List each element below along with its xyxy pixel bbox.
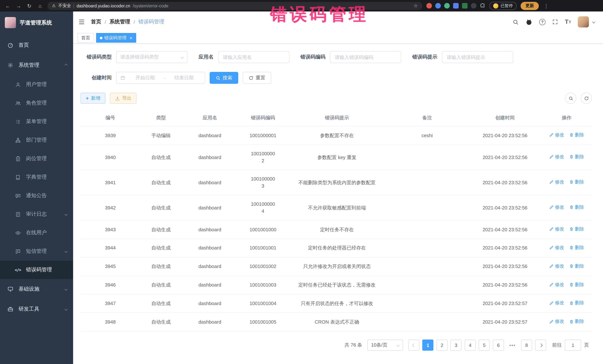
delete-link[interactable]: 删除: [569, 263, 584, 270]
page-button-3[interactable]: 3: [451, 340, 462, 351]
page-button-2[interactable]: 2: [436, 340, 448, 351]
date-range-picker[interactable]: 开始日期 - 结束日期: [116, 72, 205, 84]
back-icon[interactable]: ←: [4, 3, 11, 9]
app-name-input[interactable]: [218, 51, 289, 63]
sidebar-item-sms[interactable]: 短信管理: [0, 242, 73, 261]
refresh-button[interactable]: [581, 93, 592, 104]
delete-link[interactable]: 删除: [569, 154, 584, 161]
calendar-icon: [120, 75, 126, 80]
reset-button[interactable]: 重置: [243, 72, 271, 84]
sidebar-item-error-code[interactable]: </> 错误码管理: [0, 261, 73, 279]
more-pages-button[interactable]: •••: [507, 340, 518, 351]
fullscreen-icon[interactable]: [552, 19, 558, 25]
kebab-menu-icon[interactable]: ⋮: [543, 3, 550, 9]
github-icon[interactable]: [525, 18, 533, 25]
search-button[interactable]: 搜索: [210, 72, 238, 84]
cell-hint: 定时任务不存在: [288, 220, 386, 239]
extension-icon[interactable]: [453, 3, 459, 9]
delete-link[interactable]: 删除: [569, 226, 584, 233]
edit-link[interactable]: 修改: [549, 204, 564, 211]
edit-link[interactable]: 修改: [549, 300, 564, 307]
delete-link[interactable]: 删除: [569, 204, 584, 211]
online-eye-icon: [14, 230, 22, 236]
cell-id: 3947: [81, 294, 140, 313]
breadcrumb-home[interactable]: 首页: [91, 19, 101, 25]
breadcrumb-system[interactable]: 系统管理: [109, 19, 130, 25]
edit-link[interactable]: 修改: [549, 263, 564, 270]
error-type-select[interactable]: 请选择错误码类型: [116, 51, 187, 63]
page-button-4[interactable]: 4: [464, 340, 476, 351]
sidebar-item-notices[interactable]: 通知公告: [0, 187, 73, 205]
edit-link[interactable]: 修改: [549, 154, 564, 161]
reload-icon[interactable]: ↻: [26, 3, 33, 9]
sidebar-item-audit-log[interactable]: 审计日志: [0, 205, 73, 223]
edit-link[interactable]: 修改: [549, 318, 564, 325]
home-icon[interactable]: ⌂: [37, 3, 43, 9]
edit-link[interactable]: 修改: [549, 226, 564, 233]
error-code-input[interactable]: [330, 51, 401, 63]
tag-view-bar: 首页 错误码管理 ×: [73, 32, 603, 44]
error-hint-input[interactable]: [442, 51, 513, 63]
cell-type: 手动编辑: [140, 126, 182, 145]
book-icon: [14, 174, 22, 180]
sidebar-item-system[interactable]: 系统管理: [0, 55, 73, 75]
sidebar-item-users[interactable]: 用户管理: [0, 75, 73, 94]
page-button-8[interactable]: 8: [521, 340, 532, 351]
code-icon: </>: [14, 267, 22, 272]
table-row: 3945 自动生成 dashboard 1001001002 只允许修改为开启或…: [81, 257, 592, 276]
delete-link[interactable]: 删除: [569, 179, 584, 186]
tab-close-icon[interactable]: ×: [129, 35, 132, 41]
sidebar-item-menus[interactable]: 菜单管理: [0, 112, 73, 131]
extension-icon[interactable]: [435, 3, 441, 9]
extension-icon[interactable]: [462, 3, 468, 9]
delete-link[interactable]: 删除: [569, 132, 584, 139]
edit-link[interactable]: 修改: [549, 179, 564, 186]
sidebar-item-home[interactable]: 首页: [0, 35, 73, 55]
address-bar[interactable]: ⚠ 不安全 dashboard.yudao.iocoder.cn/system/…: [47, 2, 422, 10]
browser-toolbar: ← → ↻ ⌂ ⚠ 不安全 dashboard.yudao.iocoder.cn…: [0, 0, 603, 11]
delete-link[interactable]: 删除: [569, 244, 584, 251]
goto-page-input[interactable]: [565, 340, 581, 351]
cell-remark: [386, 276, 468, 294]
sidebar-item-posts[interactable]: 岗位管理: [0, 149, 73, 168]
page-button-6[interactable]: 6: [493, 340, 504, 351]
extension-icon[interactable]: [444, 3, 450, 9]
page-size-select[interactable]: 10条/页: [367, 340, 403, 351]
font-size-icon[interactable]: TT: [565, 19, 571, 25]
chrome-update-button[interactable]: 更新: [521, 2, 539, 10]
edit-link[interactable]: 修改: [549, 244, 564, 251]
caret-down-icon[interactable]: [592, 20, 595, 23]
add-button[interactable]: + 新增: [81, 93, 105, 104]
sidebar-item-online-users[interactable]: 在线用户: [0, 223, 73, 242]
cell-time: 2021-04-20 23:52:56: [468, 195, 542, 220]
hamburger-icon[interactable]: [78, 19, 85, 25]
edit-link[interactable]: 修改: [549, 281, 564, 288]
search-icon[interactable]: [512, 19, 519, 25]
forward-icon[interactable]: →: [15, 3, 22, 9]
export-button[interactable]: 导出: [110, 93, 137, 104]
sidebar-item-devtools[interactable]: 研发工具: [0, 299, 73, 319]
extension-icon[interactable]: [426, 3, 432, 9]
profile-paused-badge[interactable]: 已暂停: [489, 2, 517, 10]
show-search-button[interactable]: [565, 93, 576, 104]
edit-link[interactable]: 修改: [549, 132, 564, 139]
bookmark-star-icon[interactable]: ☆: [414, 3, 418, 9]
sidebar-item-dictionary[interactable]: 字典管理: [0, 168, 73, 187]
sidebar-item-roles[interactable]: 角色管理: [0, 94, 73, 112]
sidebar-item-infrastructure[interactable]: 基础设施: [0, 279, 73, 299]
prev-page-button[interactable]: [408, 340, 419, 351]
next-page-button[interactable]: [535, 340, 546, 351]
page-button-5[interactable]: 5: [479, 340, 490, 351]
extensions-puzzle-icon[interactable]: [480, 3, 485, 9]
extension-icon[interactable]: [471, 3, 476, 9]
sidebar-item-departments[interactable]: 部门管理: [0, 131, 73, 149]
delete-link[interactable]: 删除: [569, 318, 584, 325]
help-icon[interactable]: ?: [539, 19, 545, 25]
tab-home[interactable]: 首页: [78, 33, 94, 43]
delete-link[interactable]: 删除: [569, 281, 584, 288]
tab-error-code[interactable]: 错误码管理 ×: [96, 33, 136, 43]
user-avatar[interactable]: [578, 16, 589, 27]
page-button-1[interactable]: 1: [422, 340, 433, 351]
cell-code: 1001001002: [238, 257, 288, 276]
delete-link[interactable]: 删除: [569, 300, 584, 307]
